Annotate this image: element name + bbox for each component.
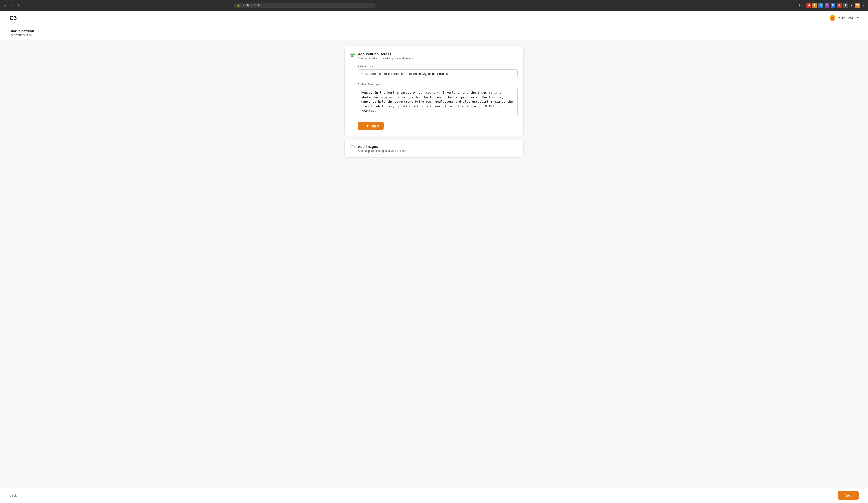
petition-message-group: Petition Message Hence, In the best inte…	[358, 83, 518, 117]
form-sections: Add Petition Details Start your petition…	[344, 47, 524, 158]
section-header-images: Add Images Add supporting images to your…	[344, 140, 524, 157]
back-nav-button[interactable]: ←	[3, 3, 8, 8]
browser-menu-button[interactable]: ⋮	[861, 3, 865, 8]
page-subtitle: Start your petition	[9, 33, 859, 37]
app-container: C3 👛 0x94219cc4... ▾ Start a petition St…	[0, 11, 868, 503]
petition-form-fields: Petition Title Petition Message Hence, I…	[344, 65, 524, 135]
forward-nav-button[interactable]: →	[10, 3, 15, 8]
ext-icon-4: C	[825, 3, 829, 8]
browser-extensions: ⬇ ☆ M F S C M ❤ E ■ W ⋮	[798, 3, 865, 8]
section-radio-images[interactable]	[350, 145, 354, 150]
ext-icon-9: W	[855, 3, 860, 8]
ext-icon-7: E	[843, 3, 848, 8]
section-title-images: Add Images	[358, 144, 406, 149]
main-content: Add Petition Details Start your petition…	[0, 40, 868, 487]
url-text: localhost:3000	[241, 4, 260, 7]
refresh-button[interactable]: ↻	[17, 3, 22, 8]
section-header-details: Add Petition Details Start your petition…	[344, 47, 524, 65]
petition-title-group: Petition Title	[358, 65, 518, 78]
app-header: C3 👛 0x94219cc4... ▾	[0, 11, 868, 25]
section-radio-details[interactable]	[350, 53, 354, 57]
back-button[interactable]: Back	[9, 494, 17, 497]
petition-message-textarea[interactable]: Hence, In the best interest of our count…	[358, 88, 518, 116]
radio-dot-active	[350, 53, 354, 57]
section-desc-details: Start your petition by adding title and …	[358, 57, 413, 60]
wallet-info[interactable]: 👛 0x94219cc4... ▾	[829, 15, 859, 21]
section-info-details: Add Petition Details Start your petition…	[358, 52, 413, 60]
section-title-details: Add Petition Details	[358, 52, 413, 56]
ext-icon-8: ■	[849, 3, 854, 8]
app-footer: Back Next	[0, 487, 868, 503]
petition-title-input[interactable]	[358, 69, 518, 78]
add-images-section: Add Images Add supporting images to your…	[344, 140, 524, 158]
wallet-chevron-icon: ▾	[857, 16, 859, 20]
download-icon: ⬇	[798, 4, 800, 7]
petition-details-section: Add Petition Details Start your petition…	[344, 47, 524, 136]
page-title: Start a petition	[9, 29, 859, 33]
ext-icon-3: S	[818, 3, 823, 8]
star-icon: ☆	[802, 4, 805, 7]
app-logo: C3	[9, 14, 17, 21]
wallet-address: 0x94219cc4...	[837, 16, 856, 20]
petition-title-label: Petition Title	[358, 65, 518, 68]
add-images-button[interactable]: Add Images	[358, 122, 383, 130]
section-desc-images: Add supporting images to your petition	[358, 149, 406, 152]
lock-icon: 🔒	[237, 4, 240, 7]
ext-icon-5: M	[831, 3, 836, 8]
section-info-images: Add Images Add supporting images to your…	[358, 144, 406, 152]
ext-icon-1: M	[806, 3, 811, 8]
breadcrumb-section: Start a petition Start your petition	[0, 25, 868, 40]
ext-icon-6: ❤	[837, 3, 841, 8]
address-bar[interactable]: 🔒 localhost:3000	[234, 3, 375, 8]
next-button[interactable]: Next	[838, 491, 859, 500]
wallet-icon: 👛	[829, 15, 835, 21]
petition-message-label: Petition Message	[358, 83, 518, 86]
radio-dot-inactive	[350, 145, 354, 150]
ext-icon-2: F	[812, 3, 817, 8]
browser-chrome: ← → ↻ 🔒 localhost:3000 ⬇ ☆ M F S C M ❤ E…	[0, 0, 868, 11]
